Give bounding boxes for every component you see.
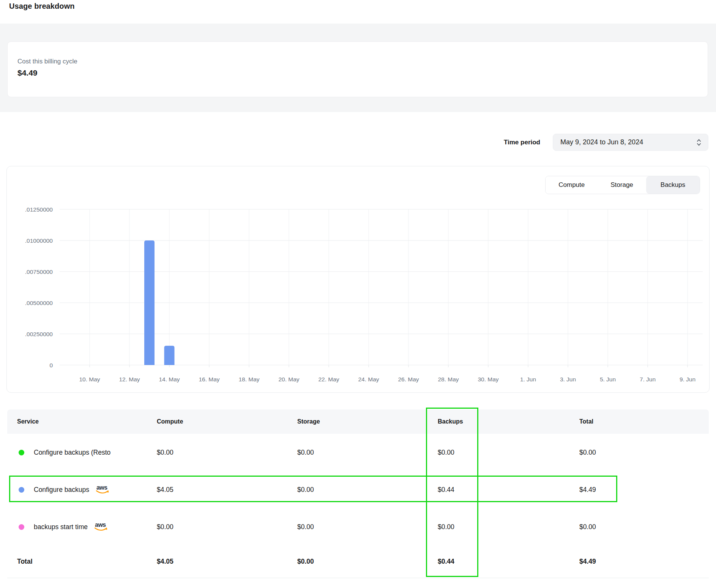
chart-bar[interactable] bbox=[164, 346, 175, 365]
service-name: Configure backups bbox=[34, 486, 89, 494]
x-axis-tick-label: 22. May bbox=[318, 376, 339, 383]
x-axis-tick-label: 7. Jun bbox=[640, 376, 656, 383]
compute-total: $4.05 bbox=[157, 558, 297, 566]
x-axis-tick-label: 14. May bbox=[159, 376, 180, 383]
backups-value: $0.44 bbox=[438, 486, 579, 494]
usage-table: Service Compute Storage Backups Total Co… bbox=[7, 409, 709, 578]
storage-value: $0.00 bbox=[297, 449, 438, 457]
total-value: $0.00 bbox=[579, 449, 709, 457]
backups-value: $0.00 bbox=[438, 523, 579, 531]
time-period-value: May 9, 2024 to Jun 8, 2024 bbox=[560, 138, 643, 146]
grand-total: $4.49 bbox=[579, 558, 709, 566]
x-axis-tick-label: 9. Jun bbox=[680, 376, 695, 383]
y-axis-tick-label: .01250000 bbox=[25, 206, 53, 213]
col-header-compute: Compute bbox=[157, 418, 297, 425]
cost-value: $4.49 bbox=[17, 68, 708, 77]
x-axis-tick-label: 10. May bbox=[79, 376, 100, 383]
backups-total: $0.44 bbox=[438, 558, 579, 566]
y-axis-tick-label: .01000000 bbox=[25, 237, 53, 244]
y-axis-labels: .01250000.01000000.00750000.00500000.002… bbox=[25, 206, 53, 368]
cost-label: Cost this billing cycle bbox=[17, 58, 708, 65]
table-row: Configure backups (Resto $0.00 $0.00 $0.… bbox=[7, 434, 709, 471]
compute-value: $4.05 bbox=[157, 486, 297, 494]
storage-total: $0.00 bbox=[297, 558, 438, 566]
select-updown-chevron-icon bbox=[696, 138, 702, 147]
storage-value: $0.00 bbox=[297, 486, 438, 494]
x-axis-tick-label: 20. May bbox=[278, 376, 299, 383]
cost-card: Cost this billing cycle $4.49 bbox=[7, 41, 708, 97]
chart-bar[interactable] bbox=[144, 240, 155, 365]
storage-value: $0.00 bbox=[297, 523, 438, 531]
billing-summary-band: Cost this billing cycle $4.49 bbox=[0, 24, 716, 112]
x-axis-tick-label: 12. May bbox=[119, 376, 140, 383]
table-header-row: Service Compute Storage Backups Total bbox=[7, 409, 709, 434]
col-header-total: Total bbox=[579, 418, 709, 425]
usage-chart-card: Compute Storage Backups .01250000.010000… bbox=[6, 166, 710, 393]
aws-logo-icon: aws bbox=[94, 522, 108, 532]
x-axis-tick-label: 5. Jun bbox=[600, 376, 616, 383]
x-axis-tick-label: 28. May bbox=[438, 376, 459, 383]
time-period-row: Time period May 9, 2024 to Jun 8, 2024 bbox=[504, 134, 708, 151]
aws-logo-icon: aws bbox=[95, 485, 110, 495]
compute-value: $0.00 bbox=[157, 449, 297, 457]
col-header-backups: Backups bbox=[438, 418, 579, 425]
total-value: $4.49 bbox=[579, 486, 709, 494]
x-axis-tick-label: 16. May bbox=[199, 376, 219, 383]
x-axis-tick-label: 24. May bbox=[358, 376, 379, 383]
y-axis-tick-label: .00750000 bbox=[25, 269, 53, 275]
series-dot-pink bbox=[19, 524, 24, 530]
total-row-label: Total bbox=[17, 558, 157, 566]
backups-value: $0.00 bbox=[438, 449, 579, 457]
col-header-storage: Storage bbox=[297, 418, 438, 425]
service-name: Configure backups (Resto bbox=[34, 449, 110, 457]
chart-gridlines bbox=[60, 209, 703, 367]
series-dot-blue bbox=[19, 487, 24, 493]
x-axis-tick-label: 1. Jun bbox=[520, 376, 536, 383]
service-name: backups start time bbox=[34, 523, 88, 531]
usage-breakdown-page: Usage breakdown Cost this billing cycle … bbox=[0, 0, 716, 588]
x-axis-labels: 10. May12. May14. May16. May18. May20. M… bbox=[79, 376, 695, 383]
table-total-row: Total $4.05 $0.00 $0.44 $4.49 bbox=[7, 545, 709, 578]
y-axis-tick-label: .00250000 bbox=[25, 331, 53, 337]
x-axis-tick-label: 26. May bbox=[398, 376, 419, 383]
x-axis-tick-label: 18. May bbox=[238, 376, 259, 383]
y-axis-tick-label: 0 bbox=[49, 362, 53, 368]
table-row: backups start time aws $0.00 $0.00 $0.00… bbox=[7, 508, 709, 545]
x-axis-tick-label: 30. May bbox=[478, 376, 498, 383]
table-row: Configure backups aws $4.05 $0.00 $0.44 … bbox=[7, 471, 709, 508]
total-value: $0.00 bbox=[579, 523, 709, 531]
series-dot-green bbox=[19, 450, 24, 455]
col-header-service: Service bbox=[17, 418, 157, 425]
page-title: Usage breakdown bbox=[9, 2, 75, 11]
compute-value: $0.00 bbox=[157, 523, 297, 531]
usage-bar-chart: .01250000.01000000.00750000.00500000.002… bbox=[7, 166, 709, 392]
x-axis-tick-label: 3. Jun bbox=[560, 376, 576, 383]
y-axis-tick-label: .00500000 bbox=[25, 300, 53, 306]
time-period-select[interactable]: May 9, 2024 to Jun 8, 2024 bbox=[553, 134, 708, 151]
time-period-label: Time period bbox=[504, 139, 540, 146]
